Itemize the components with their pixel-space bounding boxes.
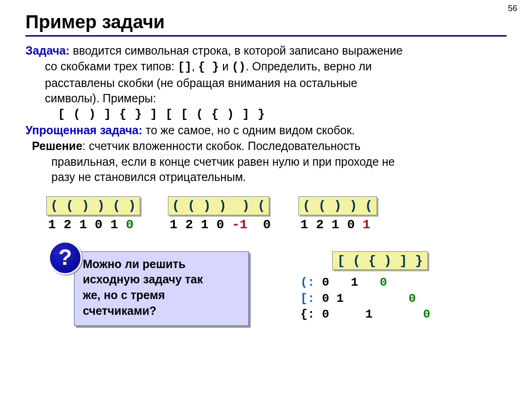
task-text-2a: со скобками трех типов: — [45, 60, 178, 73]
triple-counter-table: (: 0 1 0 [: 0 1 0 {: 0 1 0 — [286, 275, 445, 322]
solution-text-3: разу не становился отрицательным. — [32, 169, 507, 185]
task-block: Задача: вводится символьная строка, в ко… — [25, 43, 507, 123]
counter-block-1: ( ( ) ) ) (1 2 1 0 -1 0 — [168, 196, 271, 234]
page-number: 56 — [508, 4, 517, 13]
solution-label: Решение — [32, 139, 82, 152]
solution-text-2: правильная, если в конце счетчик равен н… — [32, 154, 507, 170]
task-label: Задача: — [25, 44, 69, 57]
simplified-text: то же самое, но с одним видом скобок. — [142, 124, 355, 137]
bracket-type-curly: { } — [198, 61, 219, 74]
counter-brackets-0: ( ( ) ) ( ) — [46, 196, 140, 215]
bottom-area: ? Можно ли решить исходную задачу так же… — [25, 251, 507, 326]
task-line-2: со скобками трех типов: [], { } и (). Оп… — [25, 59, 507, 75]
question-box: Можно ли решить исходную задачу так же, … — [74, 251, 249, 326]
task-line-4: символы). Примеры: — [25, 91, 507, 106]
sep-1: , — [192, 60, 198, 73]
task-line-3: расставлены скобки (не обращая внимания … — [25, 75, 507, 91]
counter-brackets-2: ( ( ) ) ( — [298, 196, 377, 215]
triple-row-0: (: 0 1 0 — [286, 275, 445, 290]
simplified-block: Упрощенная задача: то же самое, но с одн… — [25, 123, 507, 138]
triple-row-2: {: 0 1 0 — [286, 306, 445, 322]
solution-text-1: : счетчик вложенности скобок. Последоват… — [82, 139, 360, 152]
solution-block: Решение: счетчик вложенности скобок. Пос… — [25, 138, 507, 185]
counter-block-0: ( ( ) ) ( )1 2 1 0 1 0 — [46, 196, 140, 234]
triple-brackets-box: [ ( { ) ] } — [332, 251, 428, 270]
task-text-2b: . Определить, верно ли — [246, 60, 372, 73]
triple-row-1: [: 0 1 0 — [286, 291, 445, 306]
counter-brackets-1: ( ( ) ) ) ( — [168, 196, 270, 215]
slide-title: Пример задачи — [25, 12, 507, 32]
triple-row-label-2: {: — [286, 307, 315, 321]
bracket-type-square: [] — [178, 61, 192, 74]
counter-values-2: 1 2 1 0 1 — [298, 216, 377, 234]
triple-row-label-0: (: — [286, 275, 315, 289]
question-line-4: счетчиками? — [83, 303, 240, 319]
bracket-type-round: () — [232, 61, 246, 74]
triple-counter-block: [ ( { ) ] } (: 0 1 0 [: 0 1 0 {: 0 1 0 — [286, 251, 445, 323]
counter-values-1: 1 2 1 0 -1 0 — [168, 216, 271, 234]
title-rule — [25, 35, 507, 37]
question-line-3: же, но с тремя — [83, 288, 240, 303]
sep-2: и — [219, 60, 232, 73]
simplified-label: Упрощенная задача: — [25, 124, 142, 137]
counter-block-2: ( ( ) ) (1 2 1 0 1 — [298, 196, 377, 234]
question-line-2: исходную задачу так — [83, 272, 240, 288]
task-text-1: вводится символьная строка, в которой за… — [69, 44, 402, 57]
question-wrap: ? Можно ли решить исходную задачу так же… — [74, 251, 249, 326]
question-line-1: Можно ли решить — [83, 256, 240, 272]
body: Задача: вводится символьная строка, в ко… — [25, 43, 507, 326]
slide: 56 Пример задачи Задача: вводится символ… — [0, 0, 532, 400]
counter-values-0: 1 2 1 0 1 0 — [46, 216, 140, 234]
question-mark-icon: ? — [49, 241, 82, 275]
counters-row: ( ( ) ) ( )1 2 1 0 1 0( ( ) ) ) (1 2 1 0… — [46, 196, 507, 234]
triple-row-label-1: [: — [286, 292, 315, 306]
examples-line: [ ( ) ] { } ] [ [ ( { ) ] } — [25, 106, 507, 123]
